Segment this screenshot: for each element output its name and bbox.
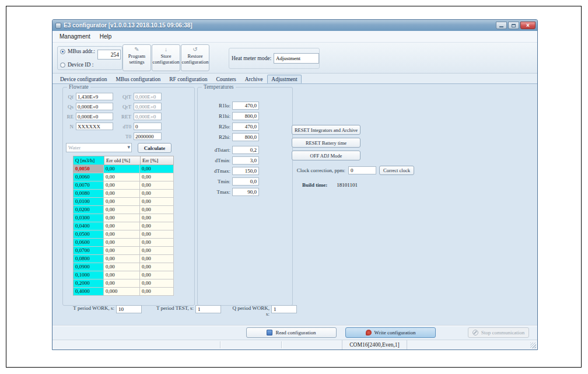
err-old-cell[interactable]: 0,00 [104, 173, 140, 181]
qf-input[interactable] [76, 93, 113, 100]
err-old-cell[interactable]: 0,00 [104, 206, 140, 214]
err-old-cell[interactable]: 0,00 [104, 239, 140, 247]
maximize-button[interactable] [508, 22, 519, 29]
temperature-field[interactable]: 0,0 [232, 177, 259, 186]
titlebar[interactable]: E3 configurator [v1.0.0.13 2018.10.15 09… [52, 20, 537, 31]
temperature-field[interactable]: 150,0 [232, 167, 259, 175]
err-old-cell[interactable]: 0,00 [104, 230, 140, 239]
heat-meter-mode-field[interactable] [274, 53, 319, 64]
table-row[interactable]: 0,0800 0,00 0,00 [73, 255, 174, 263]
err-old-cell[interactable]: 0,00 [104, 222, 140, 230]
err-cell[interactable]: 0,00 [140, 279, 174, 288]
q-cell[interactable]: 0,0050 [73, 165, 104, 173]
table-row[interactable]: 0,1000 0,00 0,00 [73, 271, 174, 279]
table-row[interactable]: 0,0400 0,00 0,00 [73, 222, 174, 230]
q-cell[interactable]: 0,0900 [73, 263, 104, 271]
err-cell[interactable]: 0,00 [140, 230, 174, 239]
reset-battery-button[interactable]: RESET Battery time [292, 138, 360, 148]
column-header-err[interactable]: Err [%] [140, 156, 174, 165]
table-row[interactable]: 0,0080 0,00 0,00 [73, 190, 174, 198]
re-input[interactable] [76, 113, 113, 120]
err-old-cell[interactable]: 0,00 [104, 165, 140, 173]
minimize-button[interactable] [496, 22, 507, 29]
off-adj-mode-button[interactable]: OFF ADJ Mode [292, 151, 360, 160]
stop-communication-button[interactable]: Stop communication [468, 327, 529, 338]
err-cell[interactable]: 0,00 [140, 190, 174, 198]
menu-help[interactable]: Help [96, 32, 116, 41]
q-cell[interactable]: 0,0060 [73, 173, 104, 181]
read-configuration-button[interactable]: Read configuration [246, 327, 337, 338]
temperature-field[interactable]: 90,0 [232, 188, 259, 196]
table-row[interactable]: 0,0070 0,00 0,00 [73, 181, 174, 190]
q-cell[interactable]: 0,0080 [73, 190, 104, 198]
tab[interactable]: Device configuration [56, 75, 111, 83]
err-old-cell[interactable]: 0,00 [104, 247, 140, 255]
temperature-field[interactable]: 800,0 [232, 133, 259, 141]
qft-input[interactable] [134, 93, 162, 100]
tab[interactable]: Archive [241, 75, 267, 83]
err-old-cell[interactable]: 0,00 [104, 181, 140, 190]
table-row[interactable]: 0,0600 0,00 0,00 [73, 239, 174, 247]
radio-checked-icon[interactable] [60, 49, 65, 54]
err-cell[interactable]: 0,00 [140, 263, 174, 271]
err-cell[interactable]: 0,00 [140, 165, 174, 173]
tab[interactable]: MBus configuration [111, 75, 164, 83]
temperature-field[interactable]: 3,0 [232, 156, 259, 165]
resize-grip-icon[interactable] [530, 342, 536, 348]
err-cell[interactable]: 0,00 [140, 255, 174, 263]
table-row[interactable]: 0,0100 0,00 0,00 [73, 198, 174, 206]
medium-select[interactable]: Water ▾ [66, 143, 132, 152]
clock-correction-input[interactable] [348, 166, 376, 174]
q-cell[interactable]: 0,0400 [73, 222, 104, 230]
q-cell[interactable]: 0,1000 [73, 271, 104, 279]
err-cell[interactable]: 0,00 [140, 247, 174, 255]
err-cell[interactable]: 0,00 [140, 239, 174, 247]
reset-integrators-button[interactable]: RESET Integrators and Archive [292, 125, 360, 135]
t-period-test-input[interactable] [195, 305, 221, 313]
err-cell[interactable]: 0,00 [140, 173, 174, 181]
dt0-input[interactable] [134, 123, 162, 130]
err-old-cell[interactable]: 0,000 [104, 288, 140, 296]
err-old-cell[interactable]: 0,00 [104, 214, 140, 222]
table-row[interactable]: 0,0700 0,00 0,00 [73, 247, 174, 255]
q-cell[interactable]: 0,0800 [73, 255, 104, 263]
err-cell[interactable]: 0,00 [140, 198, 174, 206]
err-cell[interactable]: 0,00 [140, 206, 174, 214]
temperature-field[interactable]: 800,0 [232, 112, 259, 120]
table-row[interactable]: 0,2000 0,00 0,00 [73, 279, 174, 288]
table-row[interactable]: 0,4000 0,000 0,00 [73, 288, 174, 296]
err-cell[interactable]: 0,00 [140, 181, 174, 190]
err-old-cell[interactable]: 0,00 [104, 279, 140, 288]
write-configuration-button[interactable]: Write configuration [345, 327, 436, 338]
program-settings-button[interactable]: ✎ Program settings [123, 44, 151, 71]
err-cell[interactable]: 0,00 [140, 288, 174, 296]
tab[interactable]: Counters [212, 75, 240, 83]
err-old-cell[interactable]: 0,00 [104, 190, 140, 198]
qrt-input[interactable] [134, 103, 162, 110]
temperature-field[interactable]: 470,0 [232, 123, 259, 131]
column-header-q[interactable]: Q [m3/h] [73, 156, 104, 165]
tab[interactable]: RF configuration [165, 75, 211, 83]
restore-configuration-button[interactable]: ↺ Restore configuration [181, 44, 209, 71]
err-old-cell[interactable]: 0,00 [104, 271, 140, 279]
t-period-work-input[interactable] [116, 305, 142, 313]
q-cell[interactable]: 0,0200 [73, 206, 104, 214]
table-row[interactable]: 0,0900 0,00 0,00 [73, 263, 174, 271]
table-row[interactable]: 0,0300 0,00 0,00 [73, 214, 174, 222]
qs-input[interactable] [76, 103, 113, 110]
calculate-button[interactable]: Calculate [138, 143, 172, 153]
table-row[interactable]: 0,0200 0,00 0,00 [73, 206, 174, 214]
table-row[interactable]: 0,0500 0,00 0,00 [73, 230, 174, 239]
temperature-field[interactable]: 0,2 [232, 146, 259, 154]
q-cell[interactable]: 0,4000 [73, 288, 104, 296]
radio-unchecked-icon[interactable] [60, 62, 65, 68]
table-row[interactable]: 0,0050 0,00 0,00 [73, 165, 174, 173]
device-id-radio[interactable]: Device ID : [60, 62, 120, 68]
err-old-cell[interactable]: 0,00 [104, 198, 140, 206]
q-cell[interactable]: 0,0600 [73, 239, 104, 247]
err-cell[interactable]: 0,00 [140, 271, 174, 279]
menu-managment[interactable]: Managment [56, 32, 94, 41]
q-cell[interactable]: 0,0300 [73, 214, 104, 222]
err-cell[interactable]: 0,00 [140, 222, 174, 230]
q-cell[interactable]: 0,0100 [73, 198, 104, 206]
